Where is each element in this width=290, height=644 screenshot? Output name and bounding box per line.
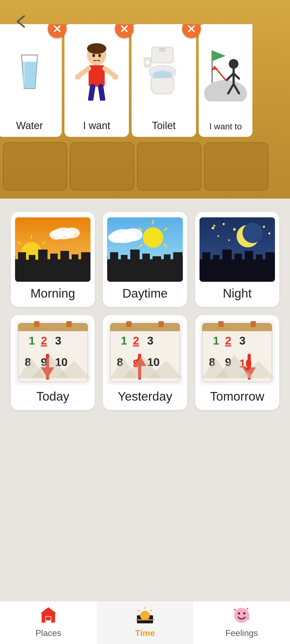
main-grid-area: Morning — [0, 199, 290, 601]
empty-slot-4 — [204, 142, 269, 191]
svg-rect-59 — [107, 260, 183, 282]
i-want-image — [64, 24, 129, 118]
svg-line-142 — [138, 610, 140, 611]
card-today[interactable]: 1 2 3 8 9 10 Today — [11, 315, 95, 410]
card-morning[interactable]: Morning — [11, 212, 95, 307]
today-label: Today — [36, 389, 69, 404]
places-label: Places — [35, 628, 61, 638]
svg-rect-45 — [81, 252, 90, 260]
svg-point-72 — [233, 228, 236, 231]
yesterday-image: 1 2 3 8 9 10 — [107, 320, 183, 385]
svg-text:3: 3 — [147, 334, 153, 347]
svg-rect-62 — [130, 250, 140, 260]
svg-rect-61 — [121, 255, 128, 260]
card-night[interactable]: Night — [195, 212, 279, 307]
night-image — [200, 217, 275, 282]
water-image — [0, 24, 62, 118]
morning-image — [15, 217, 90, 282]
tomorrow-label: Tomorrow — [210, 389, 264, 404]
empty-slots-row — [3, 142, 287, 191]
toilet-image — [132, 24, 196, 118]
svg-point-50 — [143, 227, 163, 248]
time-grid: Morning — [11, 212, 279, 410]
svg-point-144 — [238, 612, 240, 614]
card-water[interactable]: Water — [0, 24, 62, 137]
svg-rect-66 — [173, 252, 183, 260]
svg-rect-139 — [136, 619, 154, 620]
today-image: 1 2 3 8 9 10 — [15, 320, 90, 385]
svg-rect-79 — [202, 252, 210, 260]
svg-point-18 — [145, 60, 150, 64]
svg-point-57 — [123, 228, 143, 241]
svg-text:3: 3 — [55, 334, 61, 347]
svg-point-6 — [98, 54, 101, 57]
svg-rect-89 — [34, 321, 39, 327]
card-i-want[interactable]: I want — [64, 24, 129, 137]
svg-point-58 — [108, 232, 125, 243]
svg-point-5 — [92, 54, 95, 57]
top-panel: Water — [0, 0, 290, 199]
water-label: Water — [16, 120, 43, 131]
svg-rect-136 — [46, 617, 51, 620]
svg-point-75 — [218, 235, 219, 237]
svg-point-73 — [263, 226, 265, 228]
svg-rect-121 — [218, 321, 224, 327]
svg-text:1: 1 — [29, 334, 35, 347]
svg-point-47 — [64, 228, 80, 238]
svg-text:1: 1 — [121, 334, 127, 347]
svg-rect-105 — [126, 321, 132, 327]
svg-rect-63 — [142, 254, 150, 260]
svg-rect-44 — [72, 254, 78, 260]
yesterday-label: Yesterday — [118, 389, 172, 404]
svg-text:3: 3 — [239, 334, 245, 347]
top-cards-row: Water — [0, 24, 290, 137]
toilet-label: Toilet — [152, 120, 176, 131]
empty-slot-3 — [137, 142, 201, 191]
feelings-icon: ♥ ♥ ♥ — [231, 605, 252, 626]
svg-point-74 — [268, 232, 270, 235]
feelings-label: Feelings — [226, 628, 258, 638]
nav-feelings[interactable]: ♥ ♥ ♥ Feelings — [193, 601, 290, 644]
svg-rect-90 — [66, 321, 72, 327]
svg-marker-30 — [212, 50, 226, 61]
svg-point-4 — [87, 43, 106, 54]
svg-point-69 — [242, 223, 263, 243]
svg-point-7 — [96, 58, 97, 61]
card-tomorrow[interactable]: 1 2 3 8 9 10 Tomorrow — [195, 315, 279, 410]
svg-text:2: 2 — [41, 334, 47, 347]
svg-point-22 — [204, 80, 247, 101]
daytime-image — [107, 217, 183, 282]
svg-rect-43 — [60, 251, 69, 260]
tomorrow-image: 1 2 3 8 9 10 — [200, 320, 275, 385]
empty-slot-1 — [3, 142, 67, 191]
back-button[interactable] — [11, 11, 32, 32]
svg-rect-104 — [110, 328, 180, 331]
night-label: Night — [223, 286, 252, 301]
svg-rect-65 — [164, 254, 171, 260]
svg-rect-81 — [222, 250, 232, 260]
card-yesterday[interactable]: 1 2 3 8 9 10 Yesterday — [103, 315, 187, 410]
svg-rect-39 — [18, 252, 26, 260]
svg-line-13 — [91, 87, 93, 99]
svg-rect-120 — [202, 328, 272, 331]
svg-point-48 — [49, 230, 64, 240]
svg-text:1: 1 — [213, 334, 219, 347]
svg-rect-40 — [29, 255, 35, 260]
nav-places[interactable]: Places — [0, 601, 97, 644]
svg-point-70 — [212, 227, 214, 229]
i-want-to-image — [199, 24, 252, 119]
daytime-label: Daytime — [122, 286, 168, 301]
card-i-want-to[interactable]: I want to — [199, 24, 252, 137]
svg-point-76 — [228, 239, 230, 241]
card-toilet[interactable]: Toilet — [132, 24, 196, 137]
svg-line-141 — [150, 610, 152, 611]
places-icon — [38, 605, 59, 626]
time-label: Time — [135, 628, 155, 638]
svg-rect-41 — [38, 250, 48, 260]
nav-time[interactable]: Time — [97, 601, 193, 644]
svg-rect-60 — [110, 252, 118, 260]
svg-rect-85 — [265, 252, 275, 260]
card-daytime[interactable]: Daytime — [103, 212, 187, 307]
svg-rect-84 — [256, 254, 263, 260]
svg-point-138 — [140, 611, 150, 620]
